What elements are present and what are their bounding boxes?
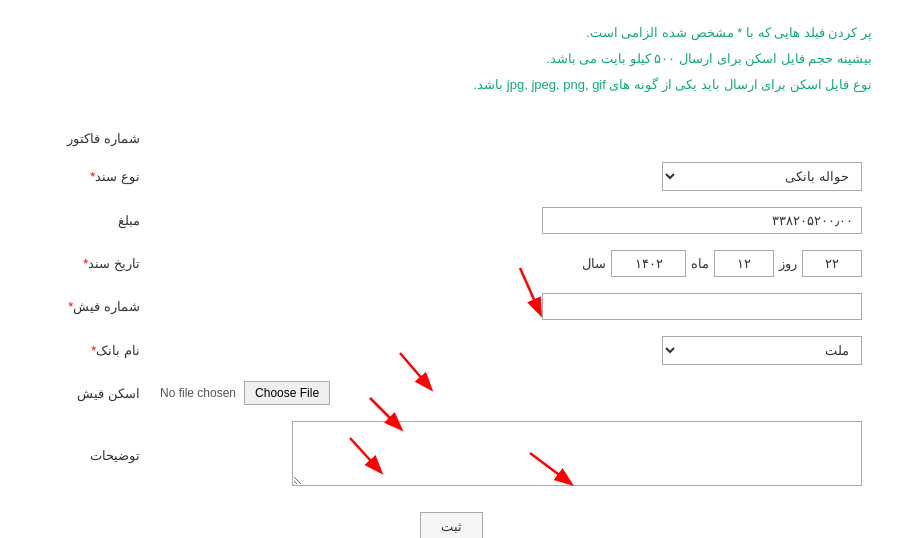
invoice-number-row: شماره فاکتور — [30, 123, 872, 154]
month-label: ماه — [691, 256, 709, 271]
doc-date-label: تاریخ سند* — [30, 242, 150, 285]
amount-input[interactable] — [542, 207, 862, 234]
doc-type-row: حواله بانکی چک نقدی نوع سند* — [30, 154, 872, 199]
invoice-number-cell — [150, 123, 872, 154]
receipt-number-label: شماره فیش* — [30, 285, 150, 328]
year-label: سال — [582, 256, 606, 271]
doc-date-row: روز ماه سال تاریخ سند* — [30, 242, 872, 285]
receipt-number-cell — [150, 285, 872, 328]
submit-button[interactable]: ثبت — [420, 512, 483, 538]
bank-name-row: ملت ملی صادرات تجارت نام بانک* — [30, 328, 872, 373]
day-label: روز — [779, 256, 797, 271]
scan-cell: No file chosen Choose File — [150, 373, 872, 413]
file-input-group: No file chosen Choose File — [160, 381, 862, 405]
receipt-number-row: شماره فیش* — [30, 285, 872, 328]
no-file-text: No file chosen — [160, 386, 236, 400]
info-line3: نوع فایل اسکن برای ارسال باید یکی از گون… — [30, 72, 872, 98]
date-day-input[interactable] — [802, 250, 862, 277]
date-month-input[interactable] — [714, 250, 774, 277]
info-line2: بیشینه حجم فایل اسکن برای ارسال ۵۰۰ کیلو… — [30, 46, 872, 72]
scan-label: اسکن فیش — [30, 373, 150, 413]
amount-label: مبلغ — [30, 199, 150, 242]
doc-type-select[interactable]: حواله بانکی چک نقدی — [662, 162, 862, 191]
receipt-number-input[interactable] — [542, 293, 862, 320]
amount-row: مبلغ — [30, 199, 872, 242]
doc-date-cell: روز ماه سال — [150, 242, 872, 285]
form-table: شماره فاکتور حواله بانکی چک نقدی نوع سند… — [30, 123, 872, 497]
bank-name-label: نام بانک* — [30, 328, 150, 373]
info-section: پر کردن فیلد هایی که با * مشخص شده الزام… — [30, 20, 872, 98]
choose-file-button[interactable]: Choose File — [244, 381, 330, 405]
invoice-number-label: شماره فاکتور — [30, 123, 150, 154]
doc-type-label: نوع سند* — [30, 154, 150, 199]
info-line1: پر کردن فیلد هایی که با * مشخص شده الزام… — [30, 20, 872, 46]
description-label: توضیحات — [30, 413, 150, 497]
bank-name-cell: ملت ملی صادرات تجارت — [150, 328, 872, 373]
bank-name-select[interactable]: ملت ملی صادرات تجارت — [662, 336, 862, 365]
description-cell — [150, 413, 872, 497]
description-row: توضیحات — [30, 413, 872, 497]
scan-row: No file chosen Choose File اسکن فیش — [30, 373, 872, 413]
submit-row: ثبت — [30, 512, 872, 538]
amount-cell — [150, 199, 872, 242]
description-textarea[interactable] — [292, 421, 862, 486]
date-year-input[interactable] — [611, 250, 686, 277]
doc-type-cell: حواله بانکی چک نقدی — [150, 154, 872, 199]
